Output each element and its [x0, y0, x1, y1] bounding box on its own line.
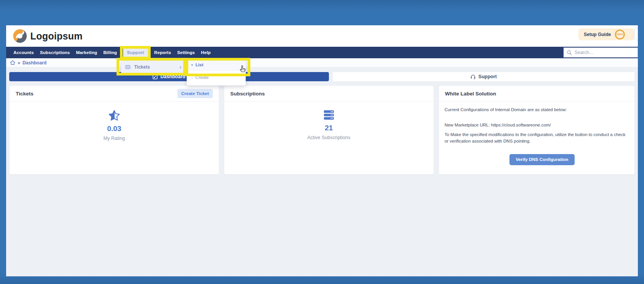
home-icon[interactable] — [10, 60, 15, 65]
support-dropdown-tickets[interactable]: Tickets › — [121, 61, 185, 73]
submenu-list-label: List — [196, 62, 203, 67]
partial-edge-button[interactable] — [634, 28, 638, 40]
white-label-line1: Current Configurations of Internal Domai… — [445, 107, 629, 113]
dashboard-cards: Tickets Create Ticket 0.03 — [10, 86, 634, 174]
chevron-right-icon: › — [179, 64, 181, 70]
submenu-item-list[interactable]: • List — [187, 58, 246, 71]
setup-guide-button[interactable]: Setup Guide 100% — [578, 28, 634, 40]
server-stack-icon — [323, 110, 335, 120]
white-label-card: White Label Solution Current Configurati… — [439, 86, 634, 174]
dropdown-tickets-label: Tickets — [134, 64, 150, 70]
search-field[interactable] — [564, 48, 638, 57]
white-label-line3: To Make the specified modifications to t… — [445, 131, 629, 144]
rating-caption: My Rating — [10, 136, 219, 141]
rating-value: 0.03 — [10, 125, 219, 133]
dash-icon: - — [191, 75, 193, 80]
bullet-icon: • — [191, 62, 193, 67]
search-input[interactable] — [575, 50, 634, 55]
subscriptions-card: Subscriptions — [224, 86, 434, 174]
submenu-item-create[interactable]: - Create — [187, 71, 246, 84]
app-header: Logoipsum Setup Guide 100% — [6, 25, 638, 47]
tickets-submenu: • List - Create — [187, 58, 246, 85]
tab-support[interactable]: Support — [333, 72, 634, 81]
nav-item-marketing[interactable]: Marketing — [76, 47, 97, 58]
white-label-line2: New Marketplace URL: https://cloud.softw… — [445, 122, 629, 128]
breadcrumb-separator: » — [18, 60, 20, 66]
nav-item-billing[interactable]: Billing — [103, 47, 117, 58]
nav-item-reports[interactable]: Reports — [154, 47, 171, 58]
white-label-card-title: White Label Solution — [445, 91, 496, 97]
tab-support-label: Support — [478, 74, 497, 79]
setup-guide-label: Setup Guide — [584, 32, 611, 37]
tickets-card-title: Tickets — [16, 91, 33, 97]
logo-icon — [13, 29, 27, 45]
submenu-create-label: Create — [196, 75, 209, 80]
search-icon — [567, 50, 572, 55]
breadcrumb-current[interactable]: Dashboard — [23, 60, 47, 66]
nav-item-support[interactable]: Support — [123, 47, 148, 58]
brand-name: Logoipsum — [30, 31, 83, 42]
verify-dns-button[interactable]: Verify DNS Configuration — [509, 154, 574, 165]
rating-star-icon — [108, 110, 120, 121]
nav-item-accounts[interactable]: Accounts — [13, 47, 34, 58]
app-window: Logoipsum Setup Guide 100% Accounts Subs… — [6, 25, 638, 276]
setup-progress-ring: 100% — [615, 30, 625, 39]
tab-row: Dashboard Support — [9, 72, 634, 81]
content-area: Dashboard Support Tickets Create Ticket — [6, 67, 638, 276]
nav-item-settings[interactable]: Settings — [177, 47, 195, 58]
nav-item-subscriptions[interactable]: Subscriptions — [40, 47, 70, 58]
main-navbar: Accounts Subscriptions Marketing Billing… — [6, 47, 638, 58]
subscriptions-caption: Active Subscriptions — [224, 135, 434, 140]
tab-dashboard[interactable]: Dashboard — [9, 72, 329, 81]
breadcrumb: » Dashboard — [6, 58, 638, 67]
headset-icon — [470, 74, 476, 79]
ticket-icon — [125, 65, 131, 69]
tab-dashboard-label: Dashboard — [160, 74, 185, 79]
subscriptions-card-title: Subscriptions — [230, 91, 265, 97]
nav-item-help[interactable]: Help — [201, 47, 210, 58]
subscriptions-count: 21 — [224, 124, 434, 132]
dashboard-edit-icon — [153, 74, 158, 79]
tickets-card: Tickets Create Ticket 0.03 — [10, 86, 219, 174]
create-ticket-button[interactable]: Create Ticket — [177, 89, 213, 98]
